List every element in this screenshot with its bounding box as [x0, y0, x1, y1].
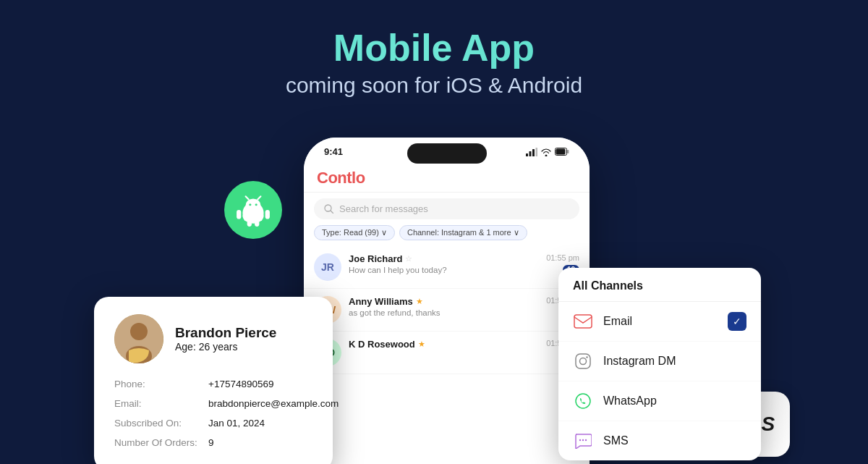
- chat-name: Joe Richard: [349, 253, 402, 264]
- svg-point-28: [579, 439, 581, 441]
- svg-point-3: [249, 203, 251, 206]
- filter-channel[interactable]: Channel: Instagram & 1 more ∨: [399, 225, 527, 240]
- contact-info: Brandon Pierce Age: 26 years: [175, 325, 276, 353]
- chat-name: K D Rosewood: [349, 339, 415, 350]
- svg-point-2: [246, 198, 261, 212]
- svg-point-30: [585, 439, 587, 441]
- field-value: 9: [208, 436, 214, 450]
- svg-rect-12: [529, 151, 532, 156]
- android-icon: [224, 181, 282, 239]
- chat-preview: How can I help you today?: [349, 266, 539, 274]
- email-icon: [573, 311, 593, 332]
- chat-name-row: Joe Richard ☆: [349, 253, 539, 264]
- star-icon: ☆: [405, 254, 412, 263]
- page-subtitle: coming soon for iOS & Android: [0, 73, 868, 98]
- svg-rect-8: [265, 210, 270, 219]
- svg-rect-16: [567, 150, 569, 153]
- contact-card: Brandon Pierce Age: 26 years Phone: +175…: [94, 297, 333, 464]
- star-icon: ★: [418, 339, 425, 349]
- field-label: Number Of Orders:: [114, 436, 208, 450]
- field-value: brabdonpierce@example.com: [208, 397, 339, 411]
- svg-rect-13: [532, 149, 535, 156]
- svg-point-27: [576, 394, 590, 408]
- dropdown-item-sms[interactable]: SMS: [558, 421, 761, 460]
- dropdown-item-whatsapp[interactable]: WhatsApp: [558, 381, 761, 421]
- svg-point-25: [580, 358, 587, 365]
- chat-name-row: Anny Williams ★: [349, 296, 539, 307]
- chat-name-row: K D Rosewood ★: [349, 339, 539, 350]
- svg-point-21: [130, 323, 148, 340]
- sms-icon: [573, 431, 593, 451]
- age-value: 26 years: [199, 341, 238, 353]
- chat-preview: as got the refund, thanks: [349, 308, 539, 317]
- chat-item[interactable]: KD K D Rosewood ★ 01:55 pm: [304, 332, 590, 374]
- contact-field-phone: Phone: +17574890569: [114, 378, 312, 392]
- search-placeholder: Search for messages: [339, 203, 428, 214]
- phone-notch: [407, 143, 487, 164]
- field-label: Subscribed On:: [114, 417, 208, 431]
- contact-name: Brandon Pierce: [175, 325, 276, 341]
- chat-name: Anny Williams: [349, 296, 413, 307]
- app-logo: Contlo: [317, 169, 576, 187]
- search-icon: [324, 204, 333, 214]
- chat-content: Anny Williams ★ as got the refund, thank…: [349, 296, 539, 317]
- svg-rect-24: [576, 354, 590, 368]
- phone-time: 9:41: [324, 146, 343, 157]
- dropdown-label: SMS: [603, 434, 746, 447]
- field-value: +17574890569: [208, 378, 273, 392]
- contact-age: Age: 26 years: [175, 341, 276, 353]
- svg-rect-14: [536, 148, 538, 156]
- chat-content: Joe Richard ☆ How can I help you today?: [349, 253, 539, 274]
- page-header: Mobile App coming soon for iOS & Android: [0, 0, 868, 98]
- dropdown-label: WhatsApp: [603, 395, 746, 408]
- phone-mockup: 9:41 Contlo Search for messages Ty: [304, 138, 590, 464]
- whatsapp-icon: [573, 391, 593, 411]
- dropdown-label: Instagram DM: [603, 355, 746, 368]
- chat-time: 01:55 pm: [546, 253, 579, 262]
- age-label: Age:: [175, 341, 196, 353]
- dropdown-item-instagram[interactable]: Instagram DM: [558, 342, 761, 381]
- svg-rect-7: [237, 210, 241, 219]
- svg-rect-17: [556, 149, 566, 155]
- dropdown-item-email[interactable]: Email ✓: [558, 302, 761, 342]
- svg-line-19: [331, 211, 333, 214]
- dropdown-label: Email: [603, 315, 718, 328]
- svg-line-6: [258, 196, 260, 199]
- channels-dropdown[interactable]: All Channels Email ✓ Instagram DM: [558, 268, 761, 460]
- dropdown-header: All Channels: [558, 268, 761, 302]
- filter-type[interactable]: Type: Read (99) ∨: [314, 225, 395, 240]
- contact-field-orders: Number Of Orders: 9: [114, 436, 312, 450]
- svg-point-29: [582, 439, 584, 441]
- contact-avatar: [114, 314, 163, 363]
- contact-header: Brandon Pierce Age: 26 years: [114, 314, 312, 363]
- svg-rect-10: [255, 219, 259, 227]
- filter-row: Type: Read (99) ∨ Channel: Instagram & 1…: [304, 225, 590, 246]
- search-bar[interactable]: Search for messages: [314, 198, 579, 219]
- avatar: JR: [314, 253, 341, 281]
- instagram-icon: [573, 351, 593, 371]
- contact-field-email: Email: brabdonpierce@example.com: [114, 397, 312, 411]
- chat-content: K D Rosewood ★: [349, 339, 539, 351]
- svg-point-4: [255, 203, 258, 206]
- svg-rect-9: [247, 219, 252, 227]
- chat-item[interactable]: AW Anny Williams ★ as got the refund, th…: [304, 289, 590, 332]
- star-icon: ★: [416, 297, 423, 306]
- status-icons: [526, 148, 569, 156]
- checkbox-email[interactable]: ✓: [728, 312, 746, 331]
- page-title: Mobile App: [0, 28, 868, 69]
- content-area: 9:41 Contlo Search for messages Ty: [0, 123, 868, 464]
- app-header: Contlo: [304, 163, 590, 193]
- svg-point-26: [586, 356, 587, 358]
- field-label: Email:: [114, 397, 208, 411]
- contact-field-subscribed: Subscribed On: Jan 01, 2024: [114, 417, 312, 431]
- field-label: Phone:: [114, 378, 208, 392]
- svg-rect-23: [574, 315, 592, 328]
- field-value: Jan 01, 2024: [208, 417, 265, 431]
- svg-line-5: [246, 196, 249, 199]
- chat-list: JR Joe Richard ☆ How can I help you toda…: [304, 246, 590, 374]
- svg-rect-11: [526, 153, 528, 156]
- chat-item[interactable]: JR Joe Richard ☆ How can I help you toda…: [304, 246, 590, 289]
